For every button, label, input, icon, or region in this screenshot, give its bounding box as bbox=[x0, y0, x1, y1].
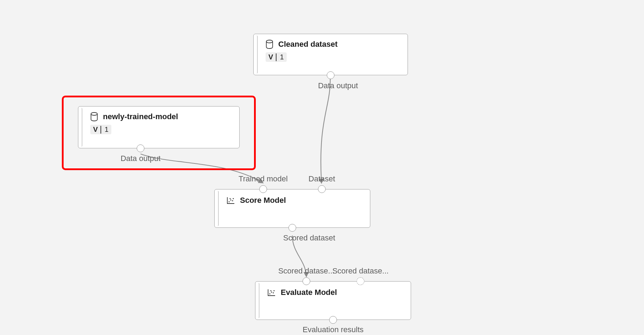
port-label: Trained model bbox=[239, 174, 288, 183]
version-letter: V bbox=[93, 125, 100, 134]
node-cleaned-dataset[interactable]: Cleaned dataset V 1 bbox=[253, 34, 408, 75]
port-evaluate-model-output[interactable] bbox=[329, 316, 337, 324]
svg-point-8 bbox=[271, 291, 272, 292]
port-label: Scored dataset bbox=[283, 233, 335, 243]
node-accent-bar bbox=[80, 108, 82, 147]
database-icon bbox=[266, 40, 273, 49]
scatter-chart-icon bbox=[267, 289, 276, 296]
node-accent-bar bbox=[216, 191, 219, 226]
port-label: Evaluation results bbox=[303, 325, 364, 334]
pipeline-canvas[interactable]: Cleaned dataset V 1 Data output newly-tr… bbox=[0, 0, 644, 335]
port-evaluate-model-scored-left[interactable] bbox=[303, 277, 310, 285]
port-label: Data output bbox=[121, 154, 161, 163]
version-number: 1 bbox=[277, 53, 284, 61]
port-score-model-output[interactable] bbox=[288, 224, 296, 232]
database-icon bbox=[90, 112, 98, 121]
svg-point-3 bbox=[230, 199, 231, 200]
scatter-chart-icon bbox=[227, 197, 235, 204]
svg-point-7 bbox=[269, 293, 270, 294]
node-newly-trained-model[interactable]: newly-trained-model V 1 bbox=[78, 106, 240, 148]
version-badge: V 1 bbox=[90, 125, 111, 134]
node-title: Evaluate Model bbox=[281, 288, 337, 297]
port-evaluate-model-scored-right[interactable] bbox=[357, 277, 364, 285]
node-score-model[interactable]: Score Model bbox=[214, 189, 370, 228]
port-score-model-trained-model[interactable] bbox=[259, 185, 267, 193]
port-label: Scored datase... bbox=[332, 266, 389, 276]
port-label: Dataset bbox=[308, 174, 335, 183]
svg-point-5 bbox=[232, 200, 233, 201]
svg-point-2 bbox=[228, 201, 229, 202]
port-newly-trained-model-output[interactable] bbox=[137, 144, 144, 152]
version-number: 1 bbox=[102, 125, 109, 134]
node-title: Cleaned dataset bbox=[278, 40, 338, 49]
node-evaluate-model[interactable]: Evaluate Model bbox=[255, 281, 411, 320]
svg-point-6 bbox=[233, 198, 234, 199]
version-badge: V 1 bbox=[266, 52, 287, 62]
port-label: Scored datase... bbox=[278, 266, 334, 276]
svg-point-10 bbox=[273, 292, 274, 293]
node-title: newly-trained-model bbox=[103, 112, 178, 121]
svg-point-0 bbox=[266, 40, 273, 43]
node-accent-bar bbox=[255, 36, 258, 73]
node-accent-bar bbox=[257, 283, 259, 318]
node-title: Score Model bbox=[240, 196, 286, 205]
svg-point-9 bbox=[270, 290, 271, 291]
version-letter: V bbox=[268, 53, 276, 61]
svg-point-11 bbox=[273, 290, 274, 291]
svg-point-4 bbox=[229, 198, 230, 199]
port-score-model-dataset[interactable] bbox=[318, 185, 326, 193]
port-cleaned-dataset-output[interactable] bbox=[327, 71, 334, 79]
port-label: Data output bbox=[318, 81, 358, 90]
svg-point-1 bbox=[91, 112, 97, 115]
